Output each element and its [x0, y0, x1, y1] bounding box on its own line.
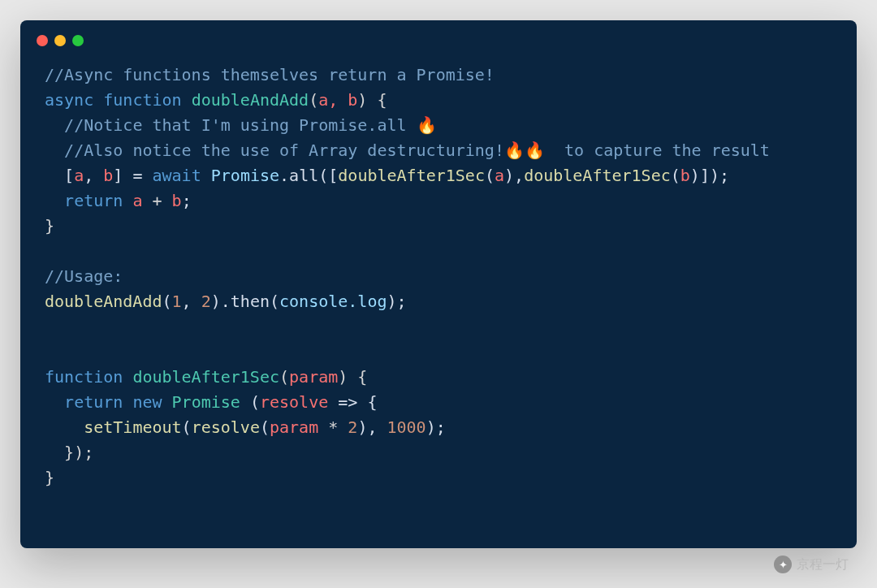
code-block: //Async functions themselves return a Pr… — [20, 54, 857, 515]
close-icon — [37, 35, 48, 46]
code-window: //Async functions themselves return a Pr… — [20, 20, 857, 548]
titlebar — [20, 20, 857, 54]
maximize-icon — [72, 35, 84, 46]
minimize-icon — [54, 35, 66, 46]
wechat-icon: ✦ — [774, 556, 792, 573]
watermark: ✦ 京程一灯 — [774, 556, 849, 573]
watermark-text: 京程一灯 — [797, 556, 849, 573]
